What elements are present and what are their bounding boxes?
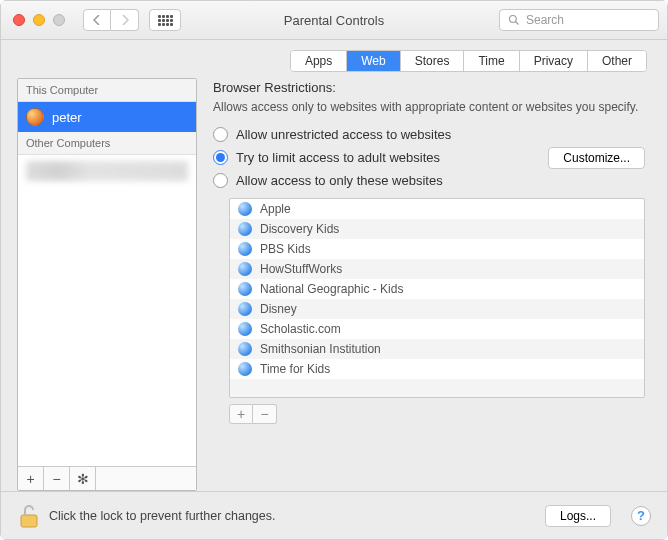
sidebar-header-other: Other Computers (18, 132, 196, 155)
lock-button[interactable] (17, 503, 39, 529)
site-row-empty (230, 379, 644, 398)
section-description: Allows access only to websites with appr… (213, 99, 645, 115)
site-row[interactable]: Apple (230, 199, 644, 219)
site-name: Scholastic.com (260, 322, 341, 336)
remove-user-button[interactable]: − (44, 467, 70, 490)
radio-icon (213, 127, 228, 142)
tab-stores[interactable]: Stores (401, 51, 465, 71)
add-user-button[interactable]: + (18, 467, 44, 490)
site-name: Time for Kids (260, 362, 330, 376)
radio-icon (213, 150, 228, 165)
maximize-icon (53, 14, 65, 26)
minimize-icon[interactable] (33, 14, 45, 26)
footer: Click the lock to prevent further change… (1, 491, 667, 539)
lock-open-icon (17, 503, 39, 529)
site-name: Disney (260, 302, 297, 316)
section-heading: Browser Restrictions: (213, 80, 645, 95)
forward-button[interactable] (111, 9, 139, 31)
site-row[interactable]: Discovery Kids (230, 219, 644, 239)
globe-icon (238, 302, 252, 316)
site-row[interactable]: Disney (230, 299, 644, 319)
add-site-button: + (229, 404, 253, 424)
remove-site-button: − (253, 404, 277, 424)
search-placeholder: Search (526, 13, 564, 27)
search-field[interactable]: Search (499, 9, 659, 31)
grid-icon (158, 15, 173, 26)
option-only-these[interactable]: Allow access to only these websites (213, 173, 645, 188)
site-name: Apple (260, 202, 291, 216)
sidebar-user-peter[interactable]: peter (18, 102, 196, 132)
tab-time[interactable]: Time (464, 51, 519, 71)
svg-line-1 (516, 22, 519, 25)
tab-bar: Apps Web Stores Time Privacy Other (290, 50, 647, 72)
parental-controls-window: Parental Controls Search Apps Web Stores… (0, 0, 668, 540)
option-label: Try to limit access to adult websites (236, 150, 440, 165)
globe-icon (238, 202, 252, 216)
lock-hint: Click the lock to prevent further change… (49, 509, 276, 523)
user-sidebar: This Computer peter Other Computers + − … (17, 78, 197, 491)
site-row[interactable]: PBS Kids (230, 239, 644, 259)
customize-button[interactable]: Customize... (548, 147, 645, 169)
globe-icon (238, 282, 252, 296)
close-icon[interactable] (13, 14, 25, 26)
nav-buttons (83, 9, 139, 31)
option-unrestricted[interactable]: Allow unrestricted access to websites (213, 127, 645, 142)
globe-icon (238, 362, 252, 376)
site-row[interactable]: Smithsonian Institution (230, 339, 644, 359)
main-panel: Browser Restrictions: Allows access only… (213, 78, 651, 491)
logs-button[interactable]: Logs... (545, 505, 611, 527)
site-name: PBS Kids (260, 242, 311, 256)
site-row[interactable]: HowStuffWorks (230, 259, 644, 279)
tab-privacy[interactable]: Privacy (520, 51, 588, 71)
sidebar-other-item-blurred (26, 161, 188, 181)
site-name: Smithsonian Institution (260, 342, 381, 356)
option-label: Allow unrestricted access to websites (236, 127, 451, 142)
back-button[interactable] (83, 9, 111, 31)
help-button[interactable]: ? (631, 506, 651, 526)
gear-icon: ✻ (77, 471, 89, 487)
site-row[interactable]: Time for Kids (230, 359, 644, 379)
site-name: National Geographic - Kids (260, 282, 403, 296)
avatar-icon (26, 108, 44, 126)
sidebar-user-label: peter (52, 110, 82, 125)
globe-icon (238, 242, 252, 256)
globe-icon (238, 322, 252, 336)
site-row[interactable]: National Geographic - Kids (230, 279, 644, 299)
titlebar: Parental Controls Search (1, 1, 667, 40)
site-name: Discovery Kids (260, 222, 339, 236)
svg-point-0 (510, 16, 517, 23)
globe-icon (238, 222, 252, 236)
option-label: Allow access to only these websites (236, 173, 443, 188)
site-name: HowStuffWorks (260, 262, 342, 276)
window-controls (13, 14, 65, 26)
tab-web[interactable]: Web (347, 51, 400, 71)
show-all-button[interactable] (149, 9, 181, 31)
option-limit-adult[interactable]: Try to limit access to adult websites (213, 150, 548, 165)
sidebar-header-this: This Computer (18, 79, 196, 102)
globe-icon (238, 262, 252, 276)
sidebar-toolbar: + − ✻ (18, 466, 196, 490)
site-row[interactable]: Scholastic.com (230, 319, 644, 339)
allowed-sites-list[interactable]: Apple Discovery Kids PBS Kids HowStuffWo… (229, 198, 645, 398)
radio-icon (213, 173, 228, 188)
tab-other[interactable]: Other (588, 51, 646, 71)
sidebar-action-button[interactable]: ✻ (70, 467, 96, 490)
search-icon (508, 14, 520, 26)
tab-apps[interactable]: Apps (291, 51, 347, 71)
globe-icon (238, 342, 252, 356)
